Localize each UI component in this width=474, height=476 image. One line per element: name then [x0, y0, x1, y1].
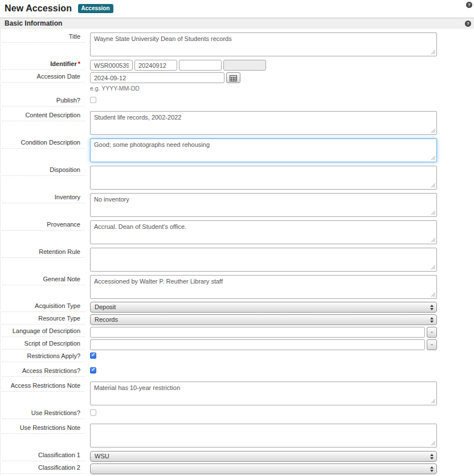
classification-1-row: Classification 1 WSU: [1, 451, 474, 462]
provenance-label: Provenance: [2, 220, 85, 231]
retention-rule-row: Retention Rule: [1, 248, 474, 272]
general-note-textarea[interactable]: Accessioned by Walter P. Reuther Library…: [90, 275, 437, 299]
calendar-icon: [230, 75, 237, 81]
resource-type-select[interactable]: Records: [90, 314, 437, 325]
accession-date-hint: e.g. YYYY-MM-DD: [90, 85, 474, 92]
use-restrictions-label: Use Restrictions?: [2, 409, 85, 419]
access-restrictions-checkbox[interactable]: [90, 367, 96, 374]
acquisition-type-label: Acquisition Type: [2, 302, 85, 312]
use-restrictions-note-textarea[interactable]: [90, 424, 437, 448]
classification-1-select[interactable]: WSU: [90, 451, 437, 462]
calendar-button[interactable]: [226, 72, 240, 83]
classification-1-value: WSU: [95, 453, 430, 459]
accession-date-label: Accession Date: [2, 72, 85, 83]
language-of-description-label: Language of Description: [2, 327, 85, 337]
acquisition-type-value: Deposit: [95, 304, 430, 310]
language-dropdown-toggle[interactable]: -: [427, 327, 437, 338]
provenance-textarea[interactable]: Accrual. Dean of Student's office.: [90, 220, 437, 244]
script-of-description-row: Script of Description -: [1, 339, 474, 350]
required-marker: *: [78, 60, 80, 67]
access-restrictions-note-label: Access Restrictions Note: [2, 381, 85, 392]
script-dropdown-toggle[interactable]: -: [427, 339, 437, 350]
select-arrows-icon: [430, 454, 434, 459]
retention-rule-label: Retention Rule: [2, 248, 85, 258]
publish-checkbox[interactable]: [90, 97, 96, 103]
section-body: Title Wayne State University Dean of Stu…: [0, 28, 474, 476]
identifier-part-3-input[interactable]: [179, 60, 222, 71]
title-textarea[interactable]: Wayne State University Dean of Students …: [90, 32, 437, 56]
basic-information-section: Basic Information ? Title Wayne State Un…: [0, 18, 474, 476]
general-note-label: General Note: [2, 275, 85, 285]
content-description-label: Content Description: [2, 111, 85, 121]
identifier-part-1-input[interactable]: [90, 60, 133, 71]
inventory-label: Inventory: [2, 193, 85, 203]
access-restrictions-note-row: Access Restrictions Note Material has 10…: [1, 381, 474, 405]
identifier-label: Identifier*: [2, 60, 85, 70]
script-of-description-label: Script of Description: [2, 339, 85, 350]
disposition-label: Disposition: [2, 166, 85, 176]
identifier-part-4-input[interactable]: [223, 60, 266, 71]
script-of-description-input[interactable]: [90, 339, 425, 350]
condition-description-textarea[interactable]: Good; some photographs need rehousing: [90, 138, 437, 162]
select-arrows-icon: [430, 305, 434, 310]
select-arrows-icon: [430, 466, 434, 472]
classification-1-label: Classification 1: [2, 451, 85, 461]
help-icon[interactable]: ?: [466, 2, 472, 8]
page-title: New Accession: [5, 3, 72, 13]
publish-label: Publish?: [2, 96, 85, 106]
page-header: New Accession Accession ?: [0, 0, 474, 18]
restrictions-apply-row: Restrictions Apply?: [1, 352, 474, 362]
restrictions-apply-label: Restrictions Apply?: [2, 352, 85, 362]
provenance-row: Provenance Accrual. Dean of Student's of…: [1, 220, 474, 244]
restrictions-apply-checkbox[interactable]: [90, 352, 96, 359]
classification-2-select[interactable]: [90, 463, 437, 474]
content-description-textarea[interactable]: Student life records, 2002-2022: [90, 111, 437, 135]
disposition-row: Disposition: [1, 166, 474, 190]
resource-type-label: Resource Type: [2, 314, 85, 325]
condition-description-label: Condition Description: [2, 138, 85, 149]
publish-row: Publish?: [1, 96, 474, 106]
language-of-description-row: Language of Description -: [1, 327, 474, 338]
access-restrictions-label: Access Restrictions?: [2, 367, 85, 377]
section-title: Basic Information: [5, 19, 62, 27]
language-of-description-input[interactable]: [90, 327, 425, 338]
use-restrictions-note-row: Use Restrictions Note: [1, 424, 474, 448]
resource-type-value: Records: [95, 317, 430, 323]
general-note-row: General Note Accessioned by Walter P. Re…: [1, 275, 474, 299]
title-row: Title Wayne State University Dean of Stu…: [1, 32, 474, 56]
accession-date-row: Accession Date: [1, 72, 474, 83]
section-help-icon[interactable]: ?: [465, 20, 471, 27]
disposition-textarea[interactable]: [90, 166, 437, 190]
accession-date-input[interactable]: [90, 72, 224, 83]
classification-2-row: Classification 2: [1, 463, 474, 474]
access-restrictions-note-textarea[interactable]: Material has 10-year restriction: [90, 381, 437, 405]
access-restrictions-row: Access Restrictions?: [1, 367, 474, 377]
classification-2-label: Classification 2: [2, 463, 85, 474]
identifier-part-2-input[interactable]: [134, 60, 177, 71]
title-label: Title: [2, 32, 85, 43]
resource-type-row: Resource Type Records: [1, 314, 474, 325]
record-type-badge: Accession: [78, 4, 113, 13]
section-header: Basic Information ?: [0, 18, 474, 28]
inventory-row: Inventory No inventory: [1, 193, 474, 217]
condition-description-row: Condition Description Good; some photogr…: [1, 138, 474, 162]
content-description-row: Content Description Student life records…: [1, 111, 474, 135]
inventory-textarea[interactable]: No inventory: [90, 193, 437, 217]
acquisition-type-select[interactable]: Deposit: [90, 302, 437, 313]
retention-rule-textarea[interactable]: [90, 248, 437, 272]
identifier-row: Identifier*: [1, 60, 474, 71]
use-restrictions-checkbox[interactable]: [90, 409, 96, 416]
use-restrictions-note-label: Use Restrictions Note: [2, 424, 85, 434]
acquisition-type-row: Acquisition Type Deposit: [1, 302, 474, 313]
use-restrictions-row: Use Restrictions?: [1, 409, 474, 419]
select-arrows-icon: [430, 317, 434, 323]
